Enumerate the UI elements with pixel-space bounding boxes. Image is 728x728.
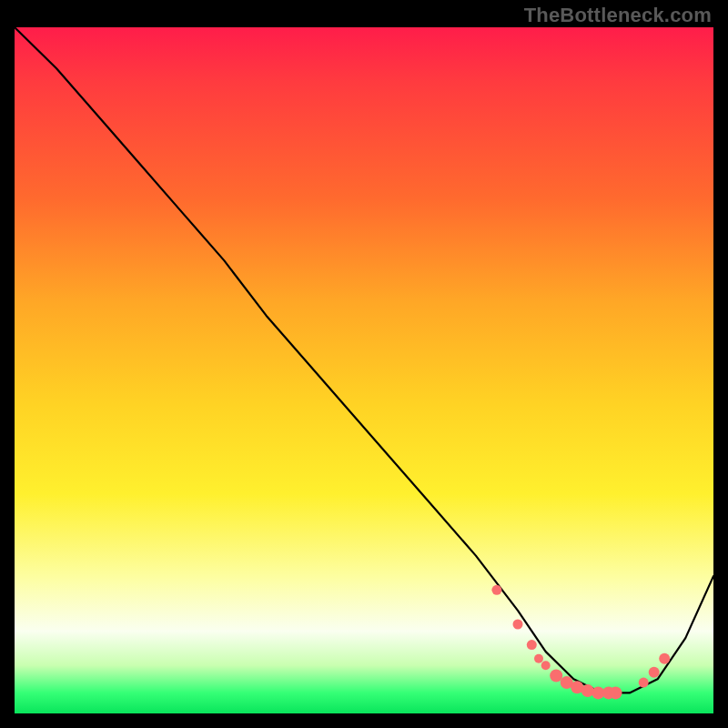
curve-svg — [15, 27, 713, 713]
marker-dot — [610, 686, 622, 699]
marker-dot — [513, 620, 523, 630]
marker-dot — [649, 667, 660, 678]
marker-dot — [541, 661, 551, 670]
chart-root: TheBottleneck.com — [0, 0, 728, 728]
watermark-text: TheBottleneck.com — [524, 4, 712, 27]
marker-dot — [491, 585, 501, 595]
marker-dot — [639, 678, 649, 688]
marker-dot — [659, 653, 670, 664]
marker-dot — [534, 654, 543, 663]
marker-dot — [550, 670, 562, 682]
bottleneck-curve — [15, 27, 713, 693]
plot-area — [15, 27, 713, 713]
marker-dot — [527, 640, 537, 650]
